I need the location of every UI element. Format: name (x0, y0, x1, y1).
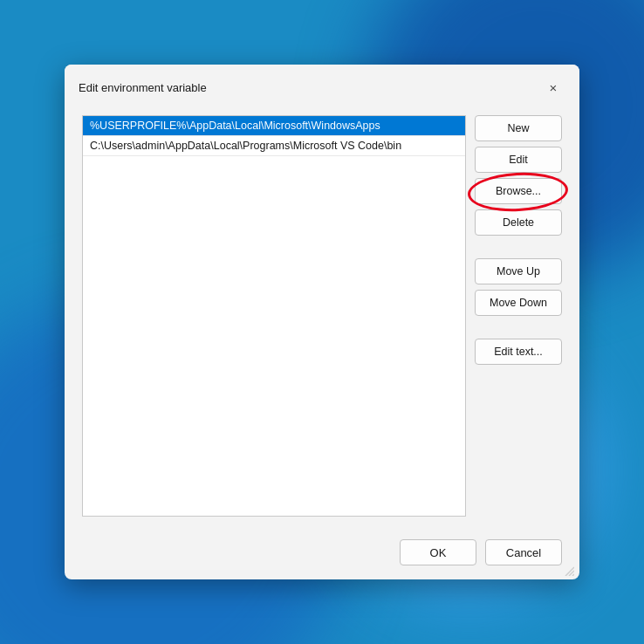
dialog-footer: OK Cancel (65, 531, 579, 579)
buttons-panel: New Edit Browse... Delete Move Up Move D… (475, 115, 562, 517)
close-button[interactable]: × (541, 75, 565, 99)
list-item[interactable]: %USERPROFILE%\AppData\Local\Microsoft\Wi… (83, 116, 465, 136)
browse-button[interactable]: Browse... (475, 178, 562, 204)
edit-text-button[interactable]: Edit text... (475, 339, 562, 365)
delete-button[interactable]: Delete (475, 209, 562, 236)
ok-button[interactable]: OK (400, 539, 476, 565)
list-item[interactable]: C:\Users\admin\AppData\Local\Programs\Mi… (83, 136, 465, 156)
button-spacer (475, 241, 562, 253)
browse-button-wrapper: Browse... (475, 178, 562, 204)
button-spacer-2 (475, 321, 562, 333)
new-button[interactable]: New (475, 115, 562, 141)
dialog-body: %USERPROFILE%\AppData\Local\Microsoft\Wi… (65, 108, 579, 531)
environment-variable-list[interactable]: %USERPROFILE%\AppData\Local\Microsoft\Wi… (82, 115, 466, 517)
title-bar: Edit environment variable × (65, 65, 579, 108)
cancel-button[interactable]: Cancel (485, 539, 562, 565)
resize-handle[interactable] (562, 564, 574, 576)
svg-line-2 (572, 574, 574, 576)
move-up-button[interactable]: Move Up (475, 258, 562, 284)
edit-button[interactable]: Edit (475, 147, 562, 173)
dialog-title: Edit environment variable (79, 81, 207, 94)
dialog-window: Edit environment variable × %USERPROFILE… (65, 65, 579, 579)
move-down-button[interactable]: Move Down (475, 290, 562, 316)
